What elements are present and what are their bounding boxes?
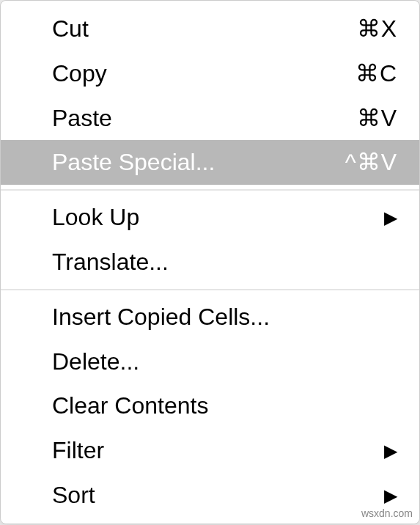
submenu-arrow-icon: ▶ <box>384 483 397 508</box>
menu-item-delete[interactable]: Delete... <box>1 339 419 384</box>
menu-separator <box>1 189 419 191</box>
menu-item-insert-copied-cells[interactable]: Insert Copied Cells... <box>1 295 419 339</box>
submenu-arrow-icon: ▶ <box>384 205 397 230</box>
menu-item-label: Translate... <box>52 246 397 279</box>
menu-item-copy[interactable]: Copy ⌘C <box>1 51 419 96</box>
menu-item-clear-contents[interactable]: Clear Contents <box>1 383 419 428</box>
shortcut-text: ^⌘V <box>317 146 397 179</box>
menu-item-cut[interactable]: Cut ⌘X <box>1 7 419 51</box>
menu-item-paste-special[interactable]: Paste Special... ^⌘V <box>1 140 419 185</box>
menu-item-paste[interactable]: Paste ⌘V <box>1 96 419 141</box>
menu-item-look-up[interactable]: Look Up ▶ <box>1 195 419 240</box>
menu-item-label: Cut <box>52 12 317 45</box>
menu-item-filter[interactable]: Filter ▶ <box>1 428 419 473</box>
context-menu: Cut ⌘X Copy ⌘C Paste ⌘V Paste Special...… <box>0 0 420 524</box>
menu-item-label: Clear Contents <box>52 389 397 422</box>
menu-item-label: Copy <box>52 57 317 90</box>
menu-item-label: Filter <box>52 434 384 467</box>
shortcut-text: ⌘V <box>317 102 397 135</box>
menu-item-label: Insert Copied Cells... <box>52 301 397 334</box>
menu-item-label: Sort <box>52 479 384 512</box>
watermark-text: wsxdn.com <box>361 507 413 519</box>
menu-item-sort[interactable]: Sort ▶ <box>1 473 419 518</box>
menu-separator <box>1 289 419 290</box>
menu-item-label: Delete... <box>52 345 397 378</box>
shortcut-text: ⌘X <box>317 12 397 45</box>
submenu-arrow-icon: ▶ <box>384 438 397 463</box>
menu-item-translate[interactable]: Translate... <box>1 240 419 284</box>
menu-item-label: Paste Special... <box>52 146 317 179</box>
menu-item-label: Look Up <box>52 201 384 234</box>
menu-item-label: Paste <box>52 102 317 135</box>
shortcut-text: ⌘C <box>317 57 397 90</box>
